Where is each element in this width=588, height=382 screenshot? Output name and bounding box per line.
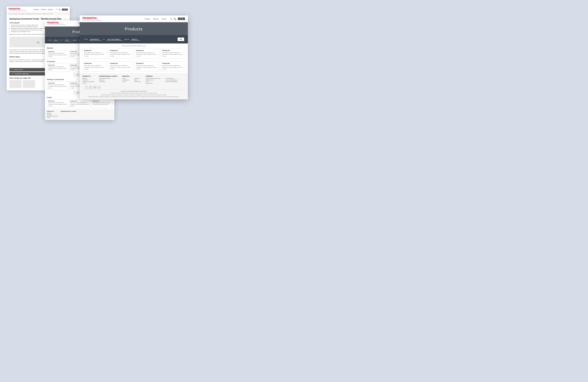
footer-payments-col: Payments FAQs PRUaccess [134,76,141,84]
facebook-icon[interactable]: f [85,86,88,89]
youtube-icon[interactable]: ▶ [93,86,96,89]
footer-products-col: PRODUCTS Medical Protection Savings & In… [47,111,58,118]
nullam-heading: Nullam alique [9,56,51,58]
product-grid-row2: Product 05 Etiam eget massa condimentum,… [80,60,188,73]
article-title: Eastspring Investments Funds - Monthly I… [9,18,67,20]
product-card: Product 01 Etiam eget massa condimentum,… [83,48,107,59]
nullam-text: Cras et orci eu urna bi libero, vel auct… [9,59,51,62]
product-card: Product 03 Etiam eget massa condimentum,… [135,48,159,59]
front-nav-icons: 🔍 📞 LOGIN [170,18,185,20]
results-text: Here are some products suited to you [80,43,188,47]
filter-label-against: against [73,39,77,41]
image-placeholder-icon: ⛰ [36,40,40,44]
login-button[interactable]: LOGIN [178,18,185,20]
nav-services[interactable]: Services [41,9,46,10]
filter-select-2[interactable]: select [64,39,71,41]
product-card: Product 09 Etiam eget massa condimentum,… [47,81,68,90]
front-hero: Products [80,22,188,35]
disclaimer-link[interactable]: Disclaimer & Intellectual Rights | Priva… [121,91,147,92]
mid-footer: PRODUCTS Medical Protection Savings & In… [45,109,114,120]
product-card: Product 01 Etiam eget massa condimentum,… [47,50,68,59]
nav-products[interactable]: Products [34,9,39,10]
legal-text-2: Prudential Assurance Company Singapore i… [83,96,185,98]
footer-top-cols: PRODUCTS Medical Protection Savings & In… [83,76,185,84]
front-nav: PRUDENTIAL Always Listening. Always Unde… [80,16,188,22]
product-card: Product 02 Etiam eget massa condimentum,… [69,99,90,108]
search-icon[interactable]: 🔍 [56,9,58,10]
privacy-links: Disclaimer & Intellectual Rights | Priva… [83,91,185,92]
googleplus-icon[interactable]: G+ [98,86,101,89]
phone-icon: 📞 [59,9,61,10]
breadcrumb: Home > Products > Investments > Eastspri… [6,13,70,15]
footer-company-col: COMPANY Prudential Corporation Asia Prud… [146,76,161,84]
filter-illness[interactable]: illness [131,38,140,40]
article-nav-links: Products Services Careers [34,9,53,10]
front-logo: PRUDENTIAL Always Listening. Always Unde… [83,17,101,21]
footer-divider [83,90,185,90]
filter-label-ineed: I need [83,38,88,40]
front-filter-bar: I need protection for me & my family aga… [80,35,188,43]
product-card: Product 08 Etiam eget massa condimentum,… [161,61,185,71]
product-card: Product 06 Etiam eget massa condimentum,… [109,61,133,71]
nav-careers[interactable]: Careers [161,18,167,20]
product-card: Product 04 Etiam eget massa condimentum,… [161,48,185,59]
thumb-2 [23,80,35,88]
social-icons-row: f in ▶ G+ [83,86,185,89]
filter-me-family[interactable]: me & my family [106,38,123,40]
product-grid-row1: Product 01 Etiam eget massa condimentum,… [80,47,188,60]
product-grid-funds: Product 01 Etiam eget massa condimentum,… [47,99,112,108]
product-card: Product 01 Etiam eget massa condimentum,… [47,99,68,108]
chevron-icon-2: ▼ [11,73,13,75]
nav-careers[interactable]: Careers [48,9,53,10]
go-button[interactable]: GO [178,38,184,41]
filter-label-ineed: I need [48,39,52,41]
filter-select-1[interactable]: select [53,39,60,41]
article-nav: PRUDENTIAL Always Listening. Always Unde… [6,6,70,13]
filter-select-wrap-1: select [53,39,60,41]
product-card: Product 07 Etiam eget massa condimentum,… [135,61,159,71]
filter-select-wrap-2: select [64,39,71,41]
article-nav-icons: 🔍 📞 LOGIN [56,9,68,11]
filter-label-for: for [61,39,63,41]
product-card: Product 05 Etiam eget massa condimentum,… [47,63,68,72]
product-card: Product 02 Etiam eget massa condimentum,… [109,48,133,59]
filter-label-for: for [103,38,105,40]
front-hero-title: Products [82,27,186,31]
nav-products[interactable]: Products [145,18,150,20]
filter-protection[interactable]: protection [89,38,101,40]
copyright-text: Copyright © 2018 Prudential Assurance Co… [83,92,185,94]
chevron-icon: ▼ [11,69,13,70]
phone-icon: 📞 [174,18,176,20]
product-card: Product 05 Etiam eget massa condimentum,… [83,61,107,71]
linkedin-icon[interactable]: in [89,86,92,89]
legal-text-1: Prudential Assurance Company Singapore i… [83,94,185,96]
product-card: Product 03 Etiam eget massa condi... mol… [91,99,112,108]
footer-products-col: PRODUCTS Medical Protection Savings & In… [83,76,94,84]
front-nav-links: Products Services Careers [145,18,167,20]
window-products-front: PRUDENTIAL Always Listening. Always Unde… [80,16,188,99]
footer-govt-col: Annual Reports Community Initiatives Gov… [165,76,178,84]
mid-footer-cols: PRODUCTS Medical Protection Savings & In… [47,111,112,118]
footer-intl-col: International Clients International Clie… [99,76,117,84]
nav-services[interactable]: Services [153,18,159,20]
login-button[interactable]: LOGIN [62,9,68,11]
mid-logo: PRUDENTIAL Always Listening. Always Unde… [47,22,65,25]
article-logo: PRUDENTIAL Always Listening. Always Unde… [9,8,27,11]
footer-services-col: SERVICES Claims Nominations Forms [122,76,129,84]
thumb-1 [9,80,22,88]
filter-label-against: against [124,38,129,40]
front-footer: PRODUCTS Medical Protection Savings & In… [80,73,188,99]
footer-intl-col: International Clients [61,111,76,118]
search-icon[interactable]: 🔍 [170,18,172,20]
two-col-text: Nullam alique Cras et orci eu urna bi li… [9,56,51,66]
